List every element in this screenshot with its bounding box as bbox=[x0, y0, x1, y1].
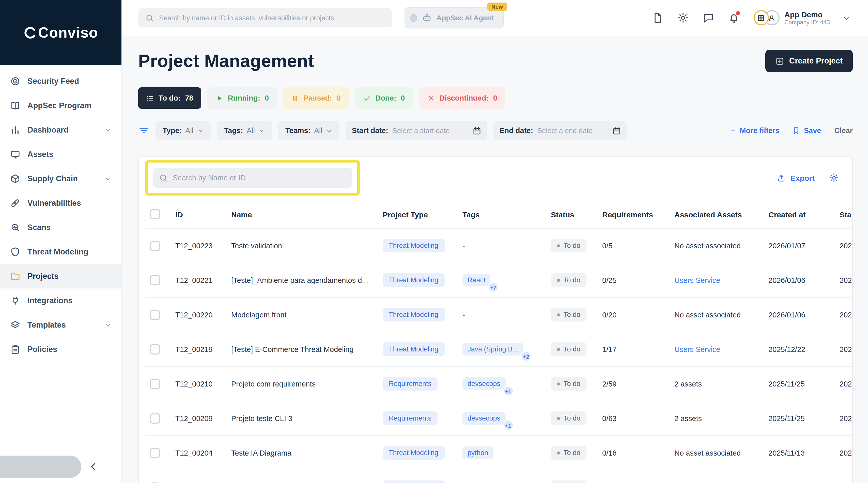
document-icon[interactable] bbox=[652, 12, 663, 23]
account-menu[interactable]: App Demo Company ID: 443 bbox=[753, 10, 830, 25]
tag-pill[interactable]: devsecops bbox=[462, 377, 505, 390]
row-checkbox[interactable] bbox=[150, 379, 160, 389]
sidebar-footer bbox=[0, 450, 121, 483]
table-row: T12_00210Projeto com requirementsRequire… bbox=[145, 366, 853, 401]
notifications-icon[interactable] bbox=[728, 12, 739, 23]
sidebar-item-policies[interactable]: Policies bbox=[0, 337, 121, 362]
sidebar-item-integrations[interactable]: Integrations bbox=[0, 288, 121, 313]
start-date-input[interactable] bbox=[392, 126, 469, 135]
tag-overflow-count[interactable]: +1 bbox=[503, 385, 514, 396]
clear-filters-button[interactable]: Clear bbox=[834, 126, 853, 135]
row-checkbox[interactable] bbox=[150, 240, 160, 251]
end-date-label: End date: bbox=[500, 126, 533, 135]
tag-overflow-count[interactable]: +1 bbox=[503, 420, 514, 431]
associated-asset-link[interactable]: Users Service bbox=[674, 276, 720, 284]
status-tab-done[interactable]: Done:0 bbox=[355, 87, 413, 109]
project-type-badge[interactable]: Threat Modeling bbox=[383, 446, 444, 460]
table-search-input[interactable] bbox=[173, 174, 346, 182]
tags-filter-dropdown[interactable]: Tags: All bbox=[217, 121, 272, 140]
end-date-input[interactable] bbox=[537, 126, 608, 135]
bookmark-icon bbox=[792, 126, 800, 135]
sidebar-item-appsec-program[interactable]: AppSec Program bbox=[0, 93, 121, 118]
conviso-logo[interactable]: Conviso bbox=[0, 0, 121, 65]
row-checkbox[interactable] bbox=[150, 310, 160, 320]
cell-name: Projeto com requirements bbox=[227, 366, 379, 401]
status-tab-count: 0 bbox=[401, 94, 405, 102]
cell-started-at: 202 bbox=[835, 228, 853, 263]
status-dot-icon bbox=[557, 279, 560, 282]
calendar-icon[interactable] bbox=[612, 126, 621, 135]
save-filter-button[interactable]: Save bbox=[792, 126, 821, 135]
row-checkbox[interactable] bbox=[150, 413, 160, 423]
sidebar-item-label: Dashboard bbox=[27, 125, 69, 135]
status-tab-paused[interactable]: Paused:0 bbox=[283, 87, 349, 109]
associated-asset-link[interactable]: Users Service bbox=[674, 345, 720, 353]
project-type-badge[interactable]: Threat Modeling bbox=[383, 239, 444, 252]
sidebar-item-projects[interactable]: Projects bbox=[0, 264, 121, 288]
more-filters-button[interactable]: More filters bbox=[730, 126, 779, 135]
plus-icon bbox=[730, 127, 736, 134]
global-search-input[interactable] bbox=[159, 14, 385, 22]
list-icon bbox=[146, 94, 154, 102]
sidebar-item-scans[interactable]: Scans bbox=[0, 215, 121, 240]
sidebar-item-vulnerabilities[interactable]: Vulnerabilities bbox=[0, 191, 121, 215]
type-filter-dropdown[interactable]: Type: All bbox=[156, 121, 211, 140]
status-tab-discontinued[interactable]: Discontinued:0 bbox=[419, 87, 505, 109]
tag-group: devsecops+1 bbox=[462, 377, 505, 390]
cell-status: To do bbox=[547, 470, 598, 483]
sidebar-item-assets[interactable]: Assets bbox=[0, 142, 121, 167]
select-all-checkbox[interactable] bbox=[150, 209, 160, 219]
account-chevron-icon[interactable] bbox=[842, 13, 851, 22]
cell-tags: Java (Spring B...+2 bbox=[458, 332, 547, 366]
project-type-badge[interactable]: Requirements bbox=[383, 411, 438, 425]
end-date-filter[interactable]: End date: bbox=[493, 121, 627, 140]
tag-overflow-count[interactable]: +7 bbox=[488, 282, 499, 293]
row-checkbox[interactable] bbox=[150, 275, 160, 285]
status-tab-running[interactable]: Running:0 bbox=[208, 87, 277, 109]
cell-status: To do bbox=[547, 263, 598, 297]
appsec-ai-agent-button[interactable]: AppSec AI Agent New bbox=[405, 7, 503, 28]
sidebar-item-dashboard[interactable]: Dashboard bbox=[0, 118, 121, 142]
sidebar-item-security-feed[interactable]: Security Feed bbox=[0, 69, 121, 93]
settings-icon[interactable] bbox=[677, 12, 688, 23]
tag-pill[interactable]: devsecops bbox=[462, 412, 505, 425]
collapse-sidebar-icon[interactable] bbox=[88, 462, 99, 472]
sidebar-item-label: Security Feed bbox=[27, 77, 79, 86]
project-type-badge[interactable]: Requirements bbox=[383, 377, 438, 391]
sidebar-item-supply-chain[interactable]: Supply Chain bbox=[0, 167, 121, 191]
cell-status: To do bbox=[547, 228, 598, 263]
create-project-button[interactable]: Create Project bbox=[765, 50, 853, 72]
tag-pill[interactable]: React bbox=[462, 274, 491, 286]
cell-checkbox bbox=[145, 470, 171, 483]
table-actions: Export bbox=[777, 173, 839, 183]
table-settings-icon[interactable] bbox=[829, 173, 839, 183]
projects-table-card: Export IDNameProject TypeTagsStatusRequi… bbox=[138, 156, 853, 483]
cell-status: To do bbox=[547, 401, 598, 436]
start-date-filter[interactable]: Start date: bbox=[346, 121, 487, 140]
tag-group: React+7 bbox=[462, 274, 491, 286]
tag-overflow-count[interactable]: +2 bbox=[521, 351, 532, 362]
status-tab-count: 0 bbox=[493, 94, 497, 102]
calendar-icon[interactable] bbox=[473, 126, 481, 135]
status-tab-to-do[interactable]: To do:78 bbox=[138, 87, 202, 109]
company-avatar bbox=[753, 10, 769, 25]
export-button[interactable]: Export bbox=[777, 173, 815, 182]
sidebar-item-templates[interactable]: Templates bbox=[0, 313, 121, 337]
sidebar-item-label: Assets bbox=[27, 150, 53, 159]
teams-filter-dropdown[interactable]: Teams: All bbox=[278, 121, 340, 140]
project-type-badge[interactable]: Threat Modeling bbox=[383, 342, 444, 356]
global-search[interactable] bbox=[138, 8, 392, 27]
chat-icon[interactable] bbox=[703, 12, 714, 23]
filter-icon[interactable] bbox=[138, 125, 149, 136]
project-type-badge[interactable]: Threat Modeling bbox=[383, 308, 444, 321]
project-type-badge[interactable]: Threat Modeling bbox=[383, 273, 444, 287]
tag-pill[interactable]: Java (Spring B... bbox=[462, 343, 523, 356]
tag-pill[interactable]: python bbox=[462, 446, 493, 459]
project-type-badge[interactable]: Threat Modeling bbox=[383, 480, 444, 483]
sidebar-item-threat-modeling[interactable]: Threat Modeling bbox=[0, 240, 121, 264]
table-search[interactable] bbox=[153, 168, 352, 188]
cell-started-at: 202 bbox=[835, 366, 853, 401]
cell-name: Projeto teste CLI 3 bbox=[227, 401, 379, 436]
row-checkbox[interactable] bbox=[150, 448, 160, 458]
row-checkbox[interactable] bbox=[150, 344, 160, 354]
